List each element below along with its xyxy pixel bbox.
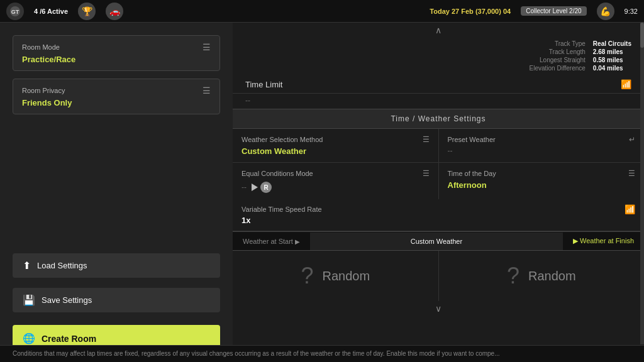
track-info-table: Track Type Real Circuits Track Length 2.… <box>530 40 631 72</box>
longest-straight-val: 0.58 miles <box>593 57 631 63</box>
var-speed-bar-icon: 📶 <box>625 204 635 214</box>
random-label-left: Random <box>322 269 370 283</box>
var-speed-value: 1x <box>242 216 250 225</box>
user-car-icon: 🚗 <box>106 3 123 20</box>
preset-weather-cell[interactable]: Preset Weather ↵ -- <box>439 129 645 162</box>
left-panel: Room Mode ☰ Practice/Race Room Privacy ☰… <box>0 23 233 362</box>
svg-text:GT: GT <box>11 9 19 15</box>
room-privacy-card[interactable]: Room Privacy ☰ Friends Only <box>13 79 220 114</box>
weather-card-right[interactable]: ? Random <box>439 251 645 301</box>
room-mode-card[interactable]: Room Mode ☰ Practice/Race <box>13 35 220 71</box>
save-settings-button[interactable]: 💾 Save Settings <box>13 288 220 312</box>
daily-workout-icon: 💪 <box>597 3 614 20</box>
time-of-day-menu-icon[interactable]: ☰ <box>628 169 635 178</box>
question-mark-right-icon: ? <box>507 265 519 287</box>
weather-tabs: Weather at Start ▶ Custom Weather ▶ Weat… <box>233 231 644 251</box>
weather-start-arrow: ▶ <box>295 238 300 245</box>
trophy-icon: 🏆 <box>78 3 96 20</box>
time-of-day-cell[interactable]: Time of the Day ☰ Afternoon <box>439 163 645 199</box>
track-type-key: Track Type <box>530 40 586 47</box>
track-info-row: Track Type Real Circuits Track Length 2.… <box>233 38 644 75</box>
longest-straight-key: Longest Straight <box>530 57 586 63</box>
time-of-day-value: Afternoon <box>448 180 636 190</box>
preset-weather-value: -- <box>448 146 636 155</box>
bar-chart-icon: 📶 <box>621 79 631 89</box>
create-room-label: Create Room <box>42 334 96 344</box>
scroll-indicator <box>640 23 644 344</box>
time-weather-header: Time / Weather Settings <box>233 109 644 129</box>
weather-selection-value: Custom Weather <box>242 146 430 156</box>
scroll-up-arrow[interactable]: ∧ <box>233 23 644 38</box>
random-label-right: Random <box>528 269 576 283</box>
time-limit-value: -- <box>233 94 644 109</box>
room-mode-menu-icon[interactable]: ☰ <box>203 42 211 52</box>
r-badge: R <box>260 182 272 193</box>
weather-center-tab: Custom Weather <box>310 233 563 250</box>
settings-grid: Weather Selection Method ☰ Custom Weathe… <box>233 129 644 199</box>
equal-conditions-cell[interactable]: Equal Conditions Mode ☰ -- R <box>233 163 438 199</box>
var-speed-row: Variable Time Speed Rate 📶 1x <box>233 199 644 231</box>
credits-display: Today 27 Feb (37,000) 04 <box>430 8 511 15</box>
load-settings-label: Load Settings <box>37 261 87 270</box>
cursor-pointer-icon <box>252 184 258 191</box>
scroll-thumb[interactable] <box>640 23 644 48</box>
room-mode-value: Practice/Race <box>22 55 211 64</box>
room-mode-label: Room Mode <box>22 43 60 51</box>
preset-weather-label: Preset Weather <box>448 136 496 143</box>
app-logo: GT <box>6 3 24 20</box>
right-panel: ∧ Track Type Real Circuits Track Length … <box>233 23 644 362</box>
collector-level: Collector Level 2/20 <box>521 6 586 16</box>
time-limit-row: Time Limit 📶 <box>233 75 644 94</box>
time-of-day-label: Time of the Day <box>448 170 496 177</box>
track-length-key: Track Length <box>530 48 586 55</box>
weather-selection-cell[interactable]: Weather Selection Method ☰ Custom Weathe… <box>233 129 438 162</box>
room-privacy-label: Room Privacy <box>22 87 65 94</box>
weather-selection-menu-icon[interactable]: ☰ <box>423 135 430 144</box>
track-type-val: Real Circuits <box>593 40 631 47</box>
friends-section: 4 /6 Active <box>34 8 68 15</box>
time-limit-label: Time Limit <box>245 80 282 89</box>
weather-start-label: Weather at Start <box>243 238 293 245</box>
scroll-down-arrow[interactable]: ∨ <box>233 301 644 316</box>
bottom-hint: Conditions that may affect lap times are… <box>0 345 644 362</box>
equal-conditions-menu-icon[interactable]: ☰ <box>423 169 430 178</box>
clock: 9:32 <box>625 8 638 15</box>
room-privacy-value: Friends Only <box>22 98 211 107</box>
weather-at-start-tab[interactable]: Weather at Start ▶ <box>233 233 310 250</box>
weather-card-left[interactable]: ? Random <box>233 251 438 301</box>
room-privacy-menu-icon[interactable]: ☰ <box>203 85 211 96</box>
equal-conditions-value: -- <box>242 183 247 192</box>
save-settings-label: Save Settings <box>42 295 92 305</box>
elevation-val: 0.04 miles <box>593 65 631 72</box>
globe-icon: 🌐 <box>23 332 35 344</box>
load-icon: ⬆ <box>23 260 31 272</box>
question-mark-left-icon: ? <box>301 265 313 287</box>
elevation-key: Elevation Difference <box>530 65 586 72</box>
var-speed-label: Variable Time Speed Rate <box>242 206 322 213</box>
equal-conditions-label: Equal Conditions Mode <box>242 170 313 177</box>
preset-weather-return-icon[interactable]: ↵ <box>629 135 635 144</box>
top-bar: GT 4 /6 Active 🏆 🚗 Today 27 Feb (37,000)… <box>0 0 644 23</box>
weather-cards-row: ? Random ? Random <box>233 251 644 301</box>
track-length-val: 2.68 miles <box>593 48 631 55</box>
weather-at-finish-tab[interactable]: ▶ Weather at Finish <box>563 232 644 250</box>
save-icon: 💾 <box>23 294 35 306</box>
weather-selection-label: Weather Selection Method <box>242 136 323 143</box>
load-settings-button[interactable]: ⬆ Load Settings <box>13 253 220 278</box>
